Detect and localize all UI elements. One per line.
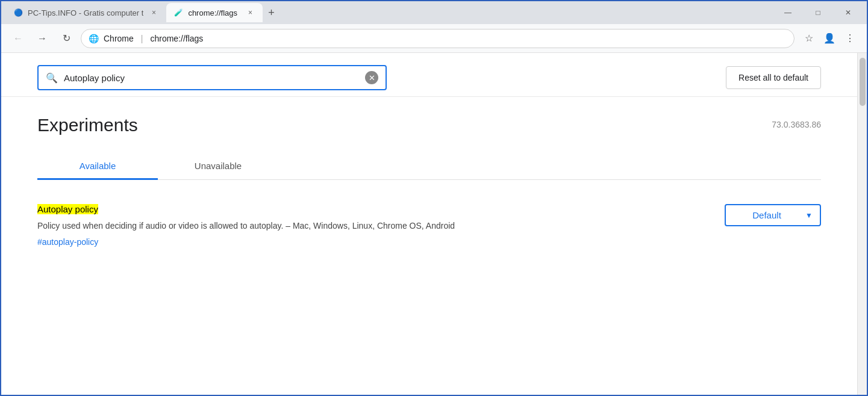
window-controls: — □ ✕ [774, 3, 862, 22]
experiment-title: Autoplay policy [37, 204, 98, 214]
version-label: 73.0.3683.86 [772, 115, 821, 129]
minimize-button[interactable]: — [774, 3, 802, 22]
new-tab-button[interactable]: + [263, 4, 279, 21]
titlebar: 🔵 PC-Tips.INFO - Gratis computer t × 🧪 c… [1, 1, 867, 24]
forward-button[interactable]: → [33, 29, 52, 48]
reset-all-button[interactable]: Reset all to default [726, 66, 821, 89]
search-clear-button[interactable]: ✕ [365, 71, 378, 84]
back-button[interactable]: ← [8, 29, 28, 48]
bookmark-button[interactable]: ☆ [799, 29, 819, 48]
tab-favicon-flags: 🧪 [173, 8, 183, 17]
menu-button[interactable]: ⋮ [840, 29, 860, 48]
tab-close-flags[interactable]: × [245, 7, 255, 18]
browser-window: 🔵 PC-Tips.INFO - Gratis computer t × 🧪 c… [0, 0, 868, 396]
close-button[interactable]: ✕ [834, 3, 862, 22]
maximize-button[interactable]: □ [804, 3, 832, 22]
experiment-info: Autoplay policy Policy used when decidin… [37, 204, 725, 247]
experiment-anchor-link[interactable]: #autoplay-policy [37, 237, 725, 247]
site-name: Chrome [104, 34, 134, 43]
tab-close-pc-tips[interactable]: × [148, 7, 159, 18]
nav-right: ☆ 👤 ⋮ [799, 29, 860, 48]
tab-pc-tips[interactable]: 🔵 PC-Tips.INFO - Gratis computer t × [6, 3, 166, 22]
content-area: 🔍 ✕ Reset all to default Experiments 73.… [1, 53, 857, 395]
page-area: 🔍 ✕ Reset all to default Experiments 73.… [1, 53, 867, 395]
search-section: 🔍 ✕ Reset all to default [1, 53, 857, 97]
page-title: Experiments [37, 115, 138, 135]
experiment-control: Default ▼ [725, 204, 821, 226]
experiment-row: Autoplay policy Policy used when decidin… [37, 204, 821, 247]
navbar: ← → ↻ 🌐 Chrome | chrome://flags ☆ 👤 ⋮ [1, 24, 867, 53]
page-header: Experiments 73.0.3683.86 [37, 115, 821, 135]
experiment-item: Autoplay policy Policy used when decidin… [37, 198, 821, 259]
account-button[interactable]: 👤 [820, 29, 839, 48]
main-content: Experiments 73.0.3683.86 Available Unava… [1, 97, 857, 395]
tab-title-pc-tips: PC-Tips.INFO - Gratis computer t [28, 8, 143, 17]
select-arrow-icon: ▼ [805, 211, 813, 220]
tab-available[interactable]: Available [37, 153, 158, 180]
select-label: Default [733, 210, 801, 220]
search-box: 🔍 ✕ [37, 65, 387, 90]
address-separator: | [141, 34, 143, 43]
scrollbar[interactable] [857, 53, 867, 395]
experiment-description: Policy used when deciding if audio or vi… [37, 220, 519, 232]
search-input[interactable] [64, 73, 359, 83]
address-url: chrome://flags [150, 34, 203, 43]
reload-button[interactable]: ↻ [57, 29, 76, 48]
tab-unavailable[interactable]: Unavailable [158, 153, 278, 179]
scrollbar-track [858, 53, 867, 395]
tabs-nav: Available Unavailable [37, 153, 821, 180]
tab-favicon-pc-tips: 🔵 [13, 8, 23, 17]
scrollbar-thumb[interactable] [860, 58, 866, 106]
experiment-select[interactable]: Default ▼ [725, 204, 821, 226]
address-favicon: 🌐 [89, 34, 99, 43]
tab-title-flags: chrome://flags [188, 8, 240, 17]
search-icon: 🔍 [46, 72, 58, 84]
tab-flags[interactable]: 🧪 chrome://flags × [166, 3, 263, 22]
address-bar[interactable]: 🌐 Chrome | chrome://flags [81, 29, 795, 48]
